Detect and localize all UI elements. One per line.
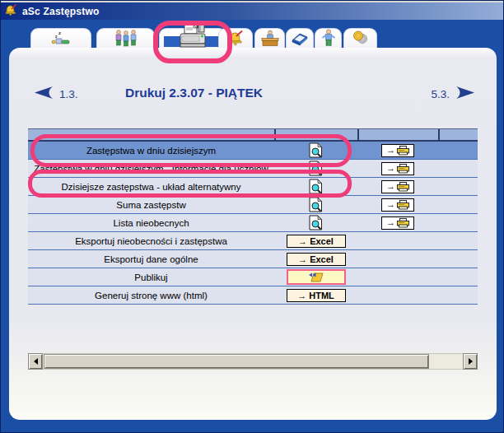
tab-bell[interactable] xyxy=(218,28,253,49)
preview-button[interactable] xyxy=(309,179,323,194)
tab-coins[interactable] xyxy=(343,28,377,49)
arrow-glyph: → xyxy=(386,182,395,191)
book-icon xyxy=(290,30,310,49)
row-label: Zastępstwa w dniu dzisiejszym xyxy=(86,146,216,156)
publish-icon xyxy=(307,271,325,283)
bell-icon xyxy=(226,30,245,49)
header-separator xyxy=(438,129,440,140)
app-window: aSc Zastępstwo z z xyxy=(0,0,504,433)
scroll-left-button[interactable] xyxy=(28,353,43,370)
row-label: Lista nieobecnych xyxy=(113,218,189,228)
triangle-left-icon xyxy=(30,358,38,365)
printer-glyph xyxy=(397,218,409,228)
arrow-glyph: → xyxy=(386,218,395,227)
generate-html-button[interactable]: → HTML xyxy=(287,289,346,302)
row-label: Dzisiejsze zastępstwa - układ alternatyw… xyxy=(62,182,241,192)
print-button[interactable]: → xyxy=(381,144,414,157)
row-label: Generuj stronę www (html) xyxy=(95,291,208,300)
printer-glyph xyxy=(397,164,409,174)
tab-sleep[interactable]: z z xyxy=(30,28,91,49)
print-button[interactable]: → xyxy=(381,198,414,212)
row-label: Eksportuj nieobecności i zastępstwa xyxy=(75,236,227,246)
content-panel: 1.3. Drukuj 2.3.07 - PIĄTEK 5.3. Zastęps… xyxy=(9,48,497,420)
table-header xyxy=(28,128,478,142)
prev-day-label: 1.3. xyxy=(59,88,78,100)
tab-reception-desk[interactable] xyxy=(254,28,285,49)
table-row-generate-html[interactable]: Generuj stronę www (html) → HTML xyxy=(28,286,478,305)
next-day-control[interactable]: 5.3. xyxy=(431,86,477,103)
horizontal-scrollbar[interactable] xyxy=(28,353,478,370)
coins-icon xyxy=(350,30,371,49)
row-label: Zastępstwa w dniu dzisiejszym - Informac… xyxy=(34,164,268,174)
triangle-right-icon xyxy=(469,358,476,365)
printer-glyph xyxy=(397,200,409,210)
scroll-right-button[interactable] xyxy=(463,353,478,370)
next-day-label: 5.3. xyxy=(431,88,450,100)
bell-pencil-icon xyxy=(4,3,17,19)
title-bar: aSc Zastępstwo xyxy=(1,2,503,20)
table-row-export-general[interactable]: Eksportuj dane ogólne → Excel xyxy=(28,250,478,268)
export-excel-button[interactable]: → Excel xyxy=(287,235,346,248)
table-row-absent-list[interactable]: Lista nieobecnych → xyxy=(28,214,478,232)
table-row-export-absences[interactable]: Eksportuj nieobecności i zastępstwa → Ex… xyxy=(28,232,478,250)
export-excel-button[interactable]: → Excel xyxy=(287,253,346,266)
table-row-substitutions-today-students[interactable]: Zastępstwa w dniu dzisiejszym - Informac… xyxy=(28,160,478,178)
people-icon xyxy=(112,29,140,50)
scrollbar-thumb[interactable] xyxy=(44,354,429,369)
preview-button[interactable] xyxy=(309,197,323,212)
row-label: Eksportuj dane ogólne xyxy=(104,254,198,264)
header-separator xyxy=(274,129,276,140)
preview-button[interactable] xyxy=(309,215,323,230)
printer-glyph xyxy=(397,146,409,156)
row-label: Publikuj xyxy=(134,272,167,282)
prev-day-control[interactable]: 1.3. xyxy=(32,86,78,103)
tab-book[interactable] xyxy=(286,28,314,49)
print-actions-table: Zastępstwa w dniu dzisiejszym → xyxy=(28,128,478,305)
header-separator xyxy=(357,129,359,140)
print-button[interactable]: → xyxy=(381,180,414,193)
page-title: Drukuj 2.3.07 - PIĄTEK xyxy=(101,86,287,100)
table-row-substitutions-today[interactable]: Zastępstwa w dniu dzisiejszym → xyxy=(28,142,478,160)
svg-text:z: z xyxy=(55,34,58,39)
print-button[interactable]: → xyxy=(381,216,414,230)
sleep-icon: z z xyxy=(49,30,73,49)
printer-glyph xyxy=(397,182,409,192)
arrow-right-icon xyxy=(455,86,477,103)
arrow-glyph: → xyxy=(386,146,395,155)
scrollbar-track[interactable] xyxy=(43,353,463,370)
publish-button[interactable] xyxy=(287,269,346,285)
tab-printer[interactable] xyxy=(159,28,226,49)
reception-desk-icon xyxy=(260,30,280,49)
day-navigation: 1.3. Drukuj 2.3.07 - PIĄTEK 5.3. xyxy=(9,86,497,104)
person-icon xyxy=(320,29,337,50)
row-label: Suma zastępstw xyxy=(116,200,185,210)
arrow-left-icon xyxy=(32,86,54,103)
table-row-substitutions-alternative[interactable]: Dzisiejsze zastępstwa - układ alternatyw… xyxy=(28,178,478,196)
table-row-publish[interactable]: Publikuj xyxy=(28,268,478,286)
tab-person[interactable] xyxy=(315,28,342,49)
arrow-glyph: → xyxy=(386,200,395,209)
tab-people[interactable] xyxy=(96,28,155,49)
window-title: aSc Zastępstwo xyxy=(22,6,100,17)
svg-text:z: z xyxy=(58,30,61,35)
table-row-substitution-sum[interactable]: Suma zastępstw → xyxy=(28,196,478,214)
arrow-glyph: → xyxy=(386,164,395,173)
preview-button[interactable] xyxy=(309,142,323,158)
preview-button[interactable] xyxy=(309,161,323,176)
print-button[interactable]: → xyxy=(381,162,414,175)
